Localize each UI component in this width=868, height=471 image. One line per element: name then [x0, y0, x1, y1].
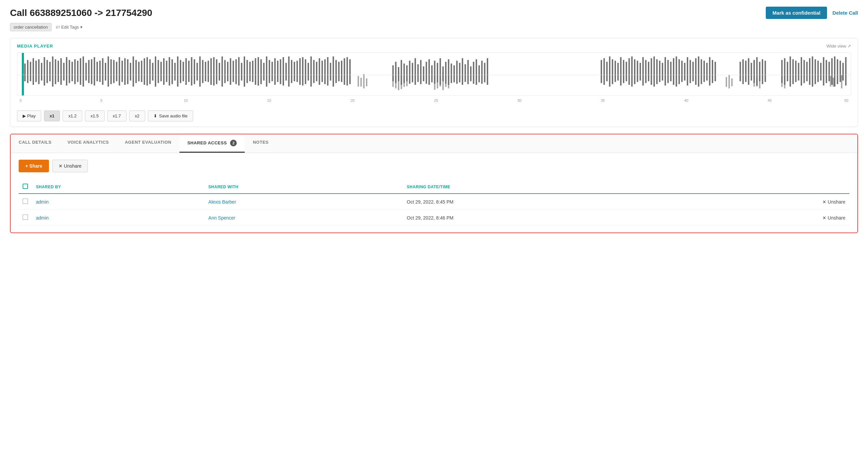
tick-0: 0	[20, 98, 22, 102]
row2-shared-by-link[interactable]: admin	[36, 215, 49, 221]
tick-15: 15	[267, 98, 271, 102]
svg-rect-143	[459, 63, 461, 82]
actions-header	[688, 180, 849, 194]
row2-unshare[interactable]: ✕ Unshare	[688, 210, 849, 226]
svg-rect-100	[299, 58, 301, 85]
save-audio-button[interactable]: ⬇ Save audio file	[148, 110, 193, 122]
tab-agent-evaluation[interactable]: AGENT EVALUATION	[117, 134, 180, 153]
svg-rect-169	[642, 57, 644, 86]
speed-x1-5-button[interactable]: x1.5	[85, 110, 104, 122]
delete-call-button[interactable]: Delete Call	[832, 10, 858, 15]
svg-rect-193	[709, 57, 710, 86]
shared-access-table: SHARED BY SHARED WITH SHARING DATE/TIME …	[19, 180, 849, 226]
svg-rect-149	[476, 59, 477, 85]
media-player-section: MEDIA PLAYER Wide view ↗	[10, 38, 858, 127]
svg-rect-133	[431, 65, 433, 82]
row1-shared-by-link[interactable]: admin	[36, 199, 49, 205]
svg-rect-21	[80, 58, 81, 85]
row1-checkbox[interactable]	[23, 199, 28, 204]
playback-controls: ▶ Play x1 x1.2 x1.5 x1.7 x2 ⬇ Save audio…	[17, 110, 851, 122]
share-button[interactable]: + Share	[19, 160, 49, 172]
svg-rect-1	[24, 64, 26, 81]
mark-confidential-button[interactable]: Mark as confidential	[766, 7, 827, 19]
svg-rect-12	[55, 59, 56, 84]
unshare-button[interactable]: ✕ Unshare	[52, 160, 88, 172]
tick-40: 40	[684, 98, 688, 102]
svg-rect-71	[219, 63, 220, 80]
svg-rect-190	[701, 59, 702, 84]
svg-rect-231	[360, 78, 362, 87]
svg-rect-110	[327, 57, 328, 86]
svg-rect-180	[673, 58, 674, 85]
svg-rect-6	[38, 59, 40, 84]
svg-rect-183	[681, 61, 683, 82]
tabs-nav: CALL DETAILS VOICE ANALYTICS AGENT EVALU…	[11, 134, 857, 153]
edit-tags-button[interactable]: 🏷 Edit Tags ▾	[56, 25, 83, 30]
svg-rect-232	[363, 74, 365, 89]
svg-rect-204	[762, 59, 763, 84]
tab-voice-analytics[interactable]: VOICE ANALYTICS	[60, 134, 117, 153]
wide-view-button[interactable]: Wide view ↗	[826, 43, 851, 48]
svg-rect-51	[163, 58, 164, 85]
svg-rect-65	[202, 60, 204, 83]
svg-rect-13	[58, 61, 59, 82]
svg-rect-53	[169, 57, 170, 86]
svg-rect-236	[398, 72, 399, 90]
waveform-container[interactable]	[17, 53, 851, 96]
svg-rect-94	[283, 57, 284, 86]
svg-rect-2	[27, 60, 28, 83]
svg-rect-170	[645, 60, 647, 83]
svg-rect-188	[695, 58, 696, 85]
svg-rect-86	[260, 59, 262, 84]
svg-rect-67	[208, 61, 209, 82]
svg-rect-68	[210, 58, 212, 85]
play-button[interactable]: ▶ Play	[17, 110, 41, 122]
svg-rect-187	[692, 62, 693, 81]
speed-x1-7-button[interactable]: x1.7	[107, 110, 127, 122]
row1-checkbox-cell[interactable]	[19, 194, 32, 210]
tick-50: 50	[844, 98, 848, 102]
row2-checkbox-cell[interactable]	[19, 210, 32, 226]
select-all-checkbox[interactable]	[23, 183, 28, 189]
svg-rect-177	[664, 57, 666, 86]
row1-unshare[interactable]: ✕ Unshare	[688, 194, 849, 210]
tab-shared-access[interactable]: SHARED ACCESS 2	[180, 134, 245, 153]
row2-checkbox[interactable]	[23, 214, 28, 220]
svg-rect-147	[470, 67, 471, 81]
svg-rect-117	[347, 57, 348, 86]
svg-rect-217	[812, 57, 813, 87]
row1-shared-with-link[interactable]: Alexis Barber	[209, 199, 236, 205]
svg-rect-216	[809, 58, 810, 85]
svg-rect-174	[656, 59, 658, 84]
download-icon: ⬇	[154, 113, 157, 119]
page-title: Call 663889251060 -> 217754290	[10, 8, 152, 18]
svg-rect-247	[728, 75, 730, 89]
media-player-header: MEDIA PLAYER Wide view ↗	[17, 43, 851, 48]
svg-rect-47	[152, 63, 154, 80]
speed-x1-2-button[interactable]: x1.2	[63, 110, 82, 122]
svg-rect-251	[759, 74, 761, 89]
table-row: admin Ann Spencer Oct 29, 2022, 8:46 PM …	[19, 210, 849, 226]
tab-notes[interactable]: NOTES	[245, 134, 276, 153]
svg-rect-191	[704, 61, 705, 82]
header-actions: Mark as confidential Delete Call	[766, 7, 858, 19]
tab-call-details[interactable]: CALL DETAILS	[11, 134, 60, 153]
svg-rect-160	[617, 63, 619, 80]
row2-shared-with-link[interactable]: Ann Spencer	[209, 215, 236, 221]
svg-rect-91	[274, 58, 276, 85]
svg-rect-45	[147, 57, 148, 86]
svg-rect-39	[130, 63, 131, 80]
svg-rect-115	[341, 61, 342, 82]
svg-rect-205	[765, 61, 766, 82]
speed-x2-button[interactable]: x2	[129, 110, 145, 122]
svg-rect-60	[188, 61, 189, 82]
svg-rect-32	[111, 59, 112, 84]
waveform-svg	[17, 53, 851, 96]
svg-rect-98	[294, 62, 295, 81]
svg-rect-7	[41, 63, 42, 80]
svg-rect-80	[244, 57, 245, 87]
select-all-header[interactable]	[19, 180, 32, 194]
svg-rect-164	[629, 58, 630, 85]
svg-rect-237	[401, 74, 402, 89]
speed-x1-button[interactable]: x1	[44, 110, 60, 122]
